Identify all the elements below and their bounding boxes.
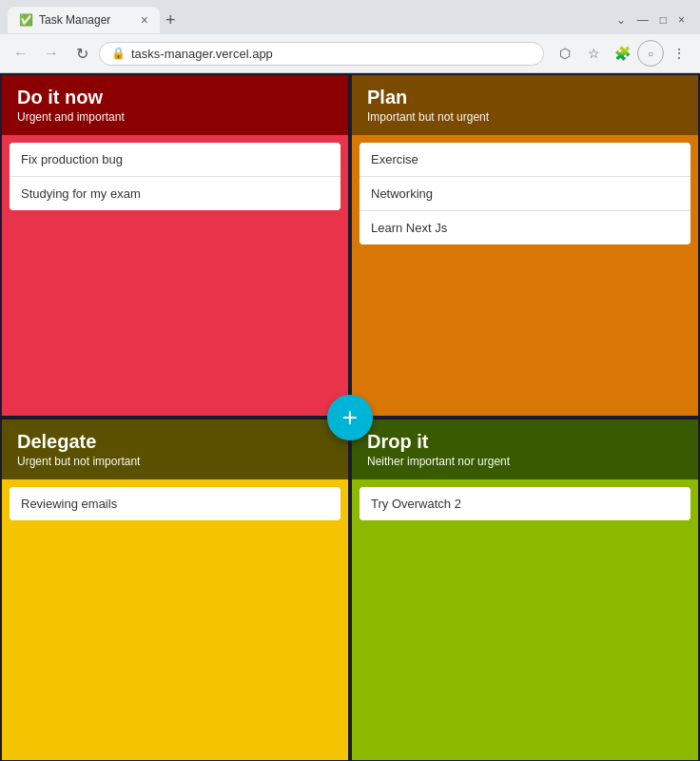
add-task-fab[interactable]: + [327, 395, 373, 440]
quadrant-plan-title: Plan [367, 87, 683, 108]
quadrant-drop-body: Try Overwatch 2 [352, 479, 698, 760]
quadrant-do: Do it now Urgent and important Fix produ… [0, 73, 350, 418]
maximize-button[interactable]: □ [660, 13, 667, 27]
quadrant-delegate: Delegate Urgent but not important Review… [0, 418, 350, 761]
list-item[interactable]: Learn Next Js [360, 211, 690, 244]
task-text: Networking [371, 186, 433, 201]
bookmark-button[interactable]: ☆ [580, 40, 607, 67]
do-task-card: Fix production bug Studying for my exam [10, 143, 340, 210]
share-button[interactable]: ⬡ [552, 40, 578, 67]
window-controls: ⌄ — □ × [616, 13, 692, 27]
quadrant-delegate-body: Reviewing emails [2, 479, 348, 760]
task-text: Fix production bug [21, 152, 123, 166]
quadrant-do-title: Do it now [17, 87, 333, 108]
active-tab[interactable]: ✅ Task Manager × [8, 7, 160, 33]
list-item[interactable]: Networking [360, 177, 690, 211]
close-window-button[interactable]: × [678, 13, 685, 27]
quadrant-do-header: Do it now Urgent and important [2, 75, 348, 135]
forward-button[interactable]: → [38, 40, 65, 67]
tab-bar: ✅ Task Manager × + ⌄ — □ × [0, 0, 700, 34]
quadrant-drop-title: Drop it [367, 431, 683, 453]
chevron-down-icon: ⌄ [616, 13, 626, 27]
task-text: Learn Next Js [371, 221, 447, 235]
minimize-button[interactable]: — [637, 13, 649, 27]
quadrant-delegate-subtitle: Urgent but not important [17, 455, 333, 468]
app-content: Do it now Urgent and important Fix produ… [0, 73, 700, 761]
profile-circle-button[interactable]: ○ [637, 40, 664, 67]
quadrant-do-body: Fix production bug Studying for my exam [2, 135, 348, 416]
url-text: tasks-manager.vercel.app [131, 47, 273, 61]
list-item[interactable]: Exercise [360, 143, 690, 177]
lock-icon: 🔒 [111, 47, 126, 60]
list-item[interactable]: Reviewing emails [10, 487, 340, 520]
address-bar[interactable]: 🔒 tasks-manager.vercel.app [99, 42, 544, 66]
nav-actions: ⬡ ☆ 🧩 ○ ⋮ [552, 40, 692, 67]
new-tab-button[interactable]: + [160, 10, 182, 30]
tab-close-button[interactable]: × [141, 12, 148, 28]
delegate-task-card: Reviewing emails [10, 487, 340, 520]
list-item[interactable]: Studying for my exam [10, 177, 340, 210]
plan-task-card: Exercise Networking Learn Next Js [360, 143, 690, 244]
quadrant-do-subtitle: Urgent and important [17, 110, 333, 124]
menu-button[interactable]: ⋮ [666, 40, 692, 67]
task-text: Try Overwatch 2 [371, 497, 461, 511]
task-text: Exercise [371, 152, 418, 166]
list-item[interactable]: Try Overwatch 2 [360, 487, 690, 520]
browser-chrome: ✅ Task Manager × + ⌄ — □ × ← → ↻ 🔒 tasks… [0, 0, 700, 73]
tab-favicon: ✅ [19, 13, 33, 27]
list-item[interactable]: Fix production bug [10, 143, 340, 177]
reload-button[interactable]: ↻ [68, 40, 95, 67]
quadrant-drop: Drop it Neither important nor urgent Try… [350, 418, 700, 761]
quadrant-delegate-title: Delegate [17, 431, 333, 453]
task-text: Reviewing emails [21, 497, 117, 511]
drop-task-card: Try Overwatch 2 [360, 487, 690, 520]
quadrant-plan-header: Plan Important but not urgent [352, 75, 698, 135]
tab-title: Task Manager [39, 13, 110, 27]
quadrant-plan-subtitle: Important but not urgent [367, 110, 683, 124]
quadrant-drop-subtitle: Neither important nor urgent [367, 455, 683, 468]
quadrant-drop-header: Drop it Neither important nor urgent [352, 420, 698, 479]
quadrant-delegate-header: Delegate Urgent but not important [2, 420, 348, 479]
extension-button[interactable]: 🧩 [609, 40, 635, 67]
quadrant-plan: Plan Important but not urgent Exercise N… [350, 73, 700, 418]
task-text: Studying for my exam [21, 186, 141, 201]
nav-bar: ← → ↻ 🔒 tasks-manager.vercel.app ⬡ ☆ 🧩 ○… [0, 34, 700, 72]
back-button[interactable]: ← [8, 40, 34, 67]
quadrant-plan-body: Exercise Networking Learn Next Js [352, 135, 698, 416]
